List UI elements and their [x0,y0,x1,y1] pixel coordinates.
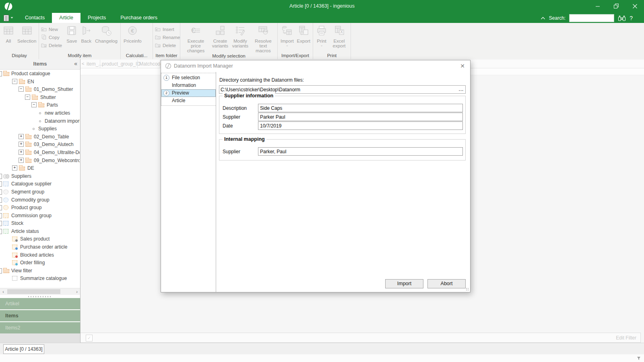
expander-icon[interactable] [0,181,2,187]
date-input[interactable] [258,121,463,130]
column-header-matchcode[interactable]: Matchcode [139,61,163,67]
insert-button[interactable]: Insert [155,26,180,33]
tab-article[interactable]: Article [52,13,80,23]
tree-item-blocked-articles[interactable]: Blocked articles [0,251,80,259]
tab-purchase-orders[interactable]: Purchase orders [113,13,165,23]
tree-item-datanorm-import[interactable]: Datanorm import [0,117,80,125]
tree-item-catalogue-supplier[interactable]: Catalogue supplier [0,180,80,188]
help-icon[interactable]: ? [630,15,633,21]
delete-button[interactable]: Delete [41,42,62,49]
tree-item-sales-product[interactable]: Sales product [0,235,80,243]
tree-item-04-demo-ultralite-doors[interactable]: +04_Demo_Ultralite-Doors [0,148,80,156]
expander-icon[interactable]: + [19,142,24,147]
all-button[interactable]: All [2,24,15,53]
back-button[interactable]: Back [79,24,93,53]
tree-item-view-filter[interactable]: View filter [0,267,80,275]
excel-export-button[interactable]: XExcel export [329,24,349,53]
dialog-close-icon[interactable]: ✕ [458,62,467,70]
tree-item-new-articles[interactable]: new articles [0,109,80,117]
horizontal-scrollbar[interactable]: ‹ › [0,288,80,295]
search-input[interactable] [569,14,614,22]
tree-item-commission-group[interactable]: Commission group [0,212,80,220]
expander-icon[interactable] [0,174,2,179]
collapse-sidebar-icon[interactable]: « [74,60,77,67]
changelog-button[interactable]: Changelog [94,24,119,53]
tab-contacts[interactable]: Contacts [18,13,52,23]
main-menu-button[interactable] [3,14,15,22]
expander-icon[interactable]: + [19,150,24,155]
abort-button[interactable]: Abort [427,279,466,288]
step-file-selection[interactable]: 1File selection [161,74,216,82]
binoculars-icon[interactable] [618,14,626,22]
priceinfo-button[interactable]: €Priceinfo [122,24,143,53]
browse-button[interactable]: ... [459,86,464,93]
directory-input[interactable] [221,86,456,93]
expander-icon[interactable]: + [12,165,17,171]
scroll-left-arrow[interactable]: ‹ [0,288,6,295]
import-button[interactable]: Import⌄ [279,24,295,53]
execute-price-changes-button[interactable]: €Execute price changes [182,24,210,53]
tab-projects[interactable]: Projects [80,13,113,23]
collapse-ribbon-icon[interactable] [541,16,545,20]
expander-icon[interactable]: + [19,158,24,163]
scroll-right-arrow[interactable]: › [74,288,80,295]
filter-checkbox[interactable]: ✓ [86,335,93,341]
create-variants-button[interactable]: Create variants [211,24,230,53]
expander-icon[interactable]: − [12,79,17,84]
tree-item-de[interactable]: +DE [0,164,80,172]
expander-icon[interactable] [0,205,2,210]
expander-icon[interactable] [0,221,2,226]
tree-item-en[interactable]: −EN [0,78,80,86]
supplier-input[interactable] [258,147,463,156]
expander-icon[interactable] [0,268,2,274]
supplier-input[interactable] [258,113,463,121]
tree-item-09-demo-webcontrols[interactable]: +09_Demo_Webcontrols [0,156,80,165]
tree-item-order-filling[interactable]: Order filling [0,259,80,267]
tree-item-01-demo-shutter[interactable]: −01_Demo_Shutter [0,85,80,93]
step-article[interactable]: Article [161,97,216,105]
tree-item-segment-group[interactable]: Segment group [0,188,80,196]
expander-icon[interactable] [0,189,2,195]
expander-icon[interactable] [0,229,2,234]
step-preview[interactable]: 2Preview [161,89,216,97]
tree-item-stock[interactable]: Stock [0,219,80,227]
maximize-button[interactable] [607,0,625,12]
expander-icon[interactable]: − [31,102,37,107]
modify-variants-button[interactable]: Modify variants [231,24,250,53]
status-tab-article[interactable]: Article [0 / 14363] [3,344,44,354]
tree-item-product-group[interactable]: Product group [0,204,80,212]
print-button[interactable]: Print⌄ [315,24,328,53]
expander-icon[interactable] [0,213,2,218]
minimize-button[interactable] [588,0,607,12]
rename-button[interactable]: Rename [155,34,180,41]
expander-icon[interactable] [0,197,2,203]
edit-filter-link[interactable]: Edit Filter [616,335,636,341]
new-button[interactable]: New [41,26,62,33]
panel-items[interactable]: Items [0,310,80,321]
selection-button[interactable]: Selection [16,24,37,53]
filter-funnel-icon[interactable] [637,356,641,360]
description-input[interactable] [258,104,463,112]
close-window-button[interactable] [625,0,644,12]
resolve-text-macros-button[interactable]: Resolve text macros [251,24,276,53]
panel-items2[interactable]: Items2 [0,322,80,333]
expander-icon[interactable] [0,71,2,76]
tree-item-suppliers[interactable]: Suppliers [0,172,80,180]
export-button[interactable]: Export [296,24,312,53]
resize-grip[interactable] [466,288,469,291]
tree-item-03-demo-alutech[interactable]: +03_Demo_Alutech [0,140,80,148]
tree-item-02-demo-table[interactable]: +02_Demo_Table [0,133,80,141]
tree-item-commodity-group[interactable]: Commodity group [0,196,80,204]
panel-artikel[interactable]: Artikel [0,298,80,309]
tree-item-purchase-order-article[interactable]: Purchase order article [0,243,80,251]
expander-icon[interactable]: − [19,86,24,92]
tree-item-supplies[interactable]: Supplies [0,125,80,133]
expander-icon[interactable]: − [25,95,30,100]
save-button[interactable]: Save [65,24,78,53]
tree-item-parts[interactable]: −Parts [0,101,80,109]
step-information[interactable]: Information [161,82,216,89]
scrollbar-thumb[interactable] [7,289,60,294]
column-header-product-group-id[interactable]: product_group_ID [102,61,140,67]
copy-button[interactable]: Copy [41,34,62,41]
tree-item-article-status[interactable]: Article status [0,227,80,235]
